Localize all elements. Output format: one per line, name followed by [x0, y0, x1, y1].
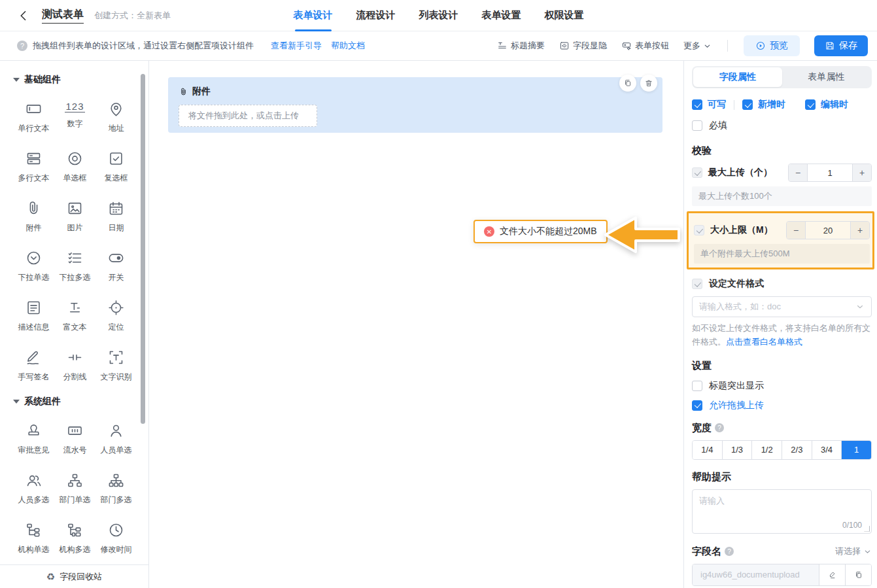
component-selectmulti[interactable]: 下拉多选	[54, 249, 95, 283]
field-name-select[interactable]: 请选择	[835, 545, 872, 557]
component-switch[interactable]: 开关	[95, 249, 137, 283]
save-button[interactable]: 保存	[814, 35, 868, 56]
allow-drag-upload-checkbox[interactable]	[692, 400, 702, 411]
tab-list-design[interactable]: 列表设计	[419, 0, 458, 31]
component-radio[interactable]: 单选框	[54, 150, 95, 184]
component-divider[interactable]: 分割线	[54, 349, 95, 383]
component-number[interactable]: 123数字	[54, 100, 95, 134]
section-header[interactable]: 基础组件	[13, 74, 137, 86]
on-create-checkbox[interactable]	[742, 99, 753, 110]
help-tip-textarea[interactable]: 请输入 0/100	[692, 489, 872, 534]
setting-title-highlight[interactable]: 标题突出显示	[692, 380, 872, 392]
component-sign[interactable]: 手写签名	[13, 349, 54, 383]
attachment-field-card[interactable]: 附件 将文件拖到此处，或点击上传	[168, 77, 662, 133]
component-dept[interactable]: 部门单选	[54, 472, 95, 506]
component-textarea[interactable]: 多行文本	[13, 150, 54, 184]
sidebar-scrollbar[interactable]	[141, 62, 145, 562]
width-option-1-4[interactable]: 1/4	[693, 441, 723, 459]
format-checkbox-row[interactable]: 设定文件格式	[692, 278, 872, 290]
panel-tab-form-props[interactable]: 表单属性	[782, 67, 871, 87]
width-option-2-3[interactable]: 2/3	[782, 441, 812, 459]
form-title[interactable]: 测试表单	[42, 8, 84, 24]
component-input[interactable]: 单行文本	[13, 100, 54, 134]
setting-allow-drag-upload[interactable]: 允许拖拽上传	[692, 400, 872, 411]
whitelist-link[interactable]: 点击查看白名单格式	[726, 337, 802, 347]
upload-dropzone[interactable]: 将文件拖到此处，或点击上传	[179, 105, 317, 127]
component-selectone[interactable]: 下拉单选	[13, 249, 54, 283]
component-checkbox[interactable]: 复选框	[95, 150, 137, 184]
field-label: 附件	[192, 86, 211, 97]
component-orgm[interactable]: 机构多选	[54, 521, 95, 555]
component-ocr[interactable]: 文字识别	[95, 349, 137, 383]
permission-on-edit[interactable]: 编辑时	[805, 99, 848, 111]
copy-field-name-button[interactable]	[845, 564, 871, 585]
increment-button[interactable]: +	[851, 222, 869, 239]
component-persons[interactable]: 人员多选	[13, 472, 54, 506]
title-abstract-action[interactable]: 标题摘要	[497, 40, 545, 52]
decrement-button[interactable]: −	[789, 164, 807, 181]
component-deptm[interactable]: 部门多选	[95, 472, 137, 506]
component-label: 修改时间	[101, 544, 132, 555]
field-name-input[interactable]	[693, 564, 819, 585]
resize-handle-icon[interactable]	[864, 526, 870, 532]
edit-field-name-button[interactable]	[819, 564, 845, 585]
persons-icon	[25, 472, 43, 489]
form-button-action[interactable]: 表单按钮	[621, 40, 669, 52]
component-date[interactable]: 日期	[95, 199, 137, 233]
component-image[interactable]: 图片	[54, 199, 95, 233]
width-option-1-2[interactable]: 1/2	[752, 441, 782, 459]
format-input[interactable]: 请输入格式，如：doc	[692, 296, 872, 317]
tab-form-design[interactable]: 表单设计	[294, 0, 333, 31]
component-serial[interactable]: 流水号	[54, 422, 95, 456]
required-checkbox-row[interactable]: 必填	[692, 120, 872, 131]
title-highlight-checkbox[interactable]	[692, 381, 702, 391]
copy-icon	[623, 78, 632, 88]
panel-tab-field-props[interactable]: 字段属性	[693, 67, 782, 87]
help-doc-link[interactable]: 帮助文档	[331, 40, 365, 52]
field-visibility-action[interactable]: 字段显隐	[559, 40, 607, 52]
increment-button[interactable]: +	[853, 164, 871, 181]
width-option-1[interactable]: 1	[842, 441, 871, 459]
component-person[interactable]: 人员单选	[95, 422, 137, 456]
stepper-value[interactable]: 20	[805, 222, 851, 239]
form-canvas[interactable]: 附件 将文件拖到此处，或点击上传 ✕ 文件大小不能超过20MB	[149, 61, 683, 588]
width-option-3-4[interactable]: 3/4	[812, 441, 842, 459]
field-recycle-bin[interactable]: ♻ 字段回收站	[0, 564, 148, 588]
field-name-help-icon[interactable]: ?	[725, 547, 734, 556]
decrement-button[interactable]: −	[787, 222, 805, 239]
component-address[interactable]: 地址	[95, 100, 137, 134]
permission-writable[interactable]: 可写	[692, 99, 726, 111]
component-attach[interactable]: 附件	[13, 199, 54, 233]
max-size-limit-checkbox[interactable]	[694, 225, 704, 235]
width-option-1-3[interactable]: 1/3	[723, 441, 753, 459]
tab-flow-design[interactable]: 流程设计	[356, 0, 396, 31]
setting-label: 标题突出显示	[709, 380, 764, 392]
component-org[interactable]: 机构单选	[13, 521, 54, 555]
tab-permission-settings[interactable]: 权限设置	[545, 0, 584, 31]
permission-on-create[interactable]: 新增时	[742, 99, 785, 111]
save-label: 保存	[839, 40, 857, 52]
max-upload-count-checkbox[interactable]	[692, 167, 702, 178]
format-label: 设定文件格式	[709, 278, 764, 290]
more-menu[interactable]: 更多	[683, 40, 712, 52]
component-desc[interactable]: 描述信息	[13, 299, 54, 333]
delete-field-button[interactable]	[640, 75, 657, 92]
stepper-value[interactable]: 1	[807, 164, 853, 181]
copy-field-button[interactable]	[619, 75, 636, 92]
format-checkbox[interactable]	[692, 279, 702, 289]
back-icon[interactable]	[16, 8, 31, 24]
writable-checkbox[interactable]	[692, 99, 702, 110]
component-clock[interactable]: 修改时间	[95, 521, 137, 555]
required-checkbox[interactable]	[692, 120, 702, 131]
format-hint: 如不设定上传文件格式，将支持白名单的所有文件格式。点击查看白名单格式	[692, 322, 872, 349]
component-rich[interactable]: 富文本	[54, 299, 95, 333]
tab-form-settings[interactable]: 表单设置	[482, 0, 521, 31]
section-header[interactable]: 系统组件	[13, 396, 137, 407]
on-edit-checkbox[interactable]	[805, 99, 816, 110]
width-help-icon[interactable]: ?	[715, 423, 724, 432]
component-label: 单选框	[63, 173, 87, 184]
component-approve[interactable]: 审批意见	[13, 422, 54, 456]
component-locate[interactable]: 定位	[95, 299, 137, 333]
beginner-guide-link[interactable]: 查看新手引导	[271, 40, 322, 52]
preview-button[interactable]: 预览	[744, 35, 800, 56]
